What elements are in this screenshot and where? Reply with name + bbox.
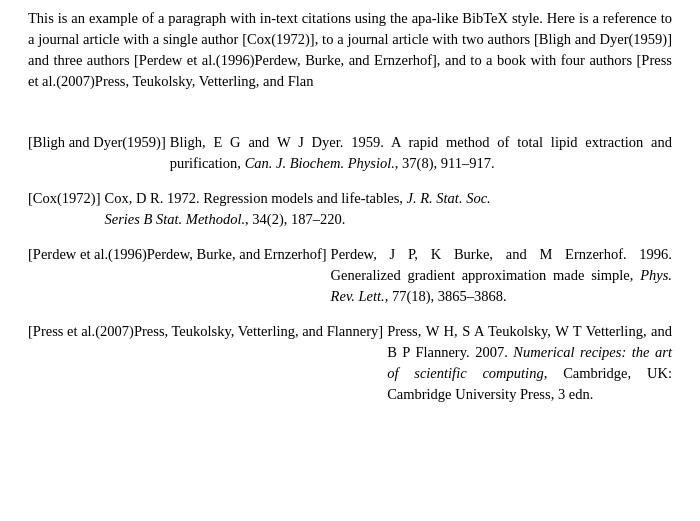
ref-key-bligh: [Bligh and Dyer(1959)] <box>28 132 166 174</box>
ref-key-press: [Press et al.(2007)Press, Teukolsky, Vet… <box>28 321 383 405</box>
ref-text-perdew: Perdew, J P, K Burke, and M Ernzerhof. 1… <box>331 244 672 307</box>
references-section: [Bligh and Dyer(1959)] Bligh, E G and W … <box>28 132 672 405</box>
reference-entry-cox: [Cox(1972)] Cox, D R. 1972. Regression m… <box>28 188 672 230</box>
ref-key-perdew: [Perdew et al.(1996)Perdew, Burke, and E… <box>28 244 327 307</box>
ref-key-cox: [Cox(1972)] <box>28 188 101 230</box>
reference-entry-press: [Press et al.(2007)Press, Teukolsky, Vet… <box>28 321 672 405</box>
intro-paragraph: This is an example of a paragraph with i… <box>28 8 672 92</box>
reference-entry-bligh: [Bligh and Dyer(1959)] Bligh, E G and W … <box>28 132 672 174</box>
paragraph-text: This is an example of a paragraph with i… <box>28 10 672 89</box>
reference-entry-perdew: [Perdew et al.(1996)Perdew, Burke, and E… <box>28 244 672 307</box>
ref-text-cox: Cox, D R. 1972. Regression models and li… <box>105 188 673 230</box>
ref-text-bligh: Bligh, E G and W J Dyer. 1959. A rapid m… <box>170 132 672 174</box>
ref-text-press: Press, W H, S A Teukolsky, W T Vetterlin… <box>387 321 672 405</box>
